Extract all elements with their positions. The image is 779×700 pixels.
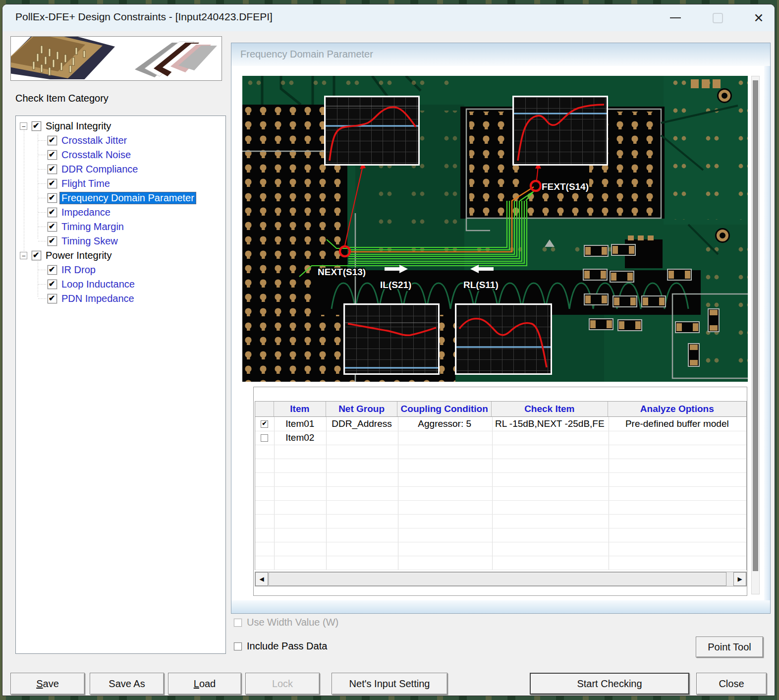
close-icon: ✕ — [754, 12, 764, 24]
checkbox[interactable] — [48, 280, 57, 289]
checkbox[interactable] — [48, 165, 57, 174]
chip-and-boards-art — [11, 37, 221, 79]
save-as-button[interactable]: Save As — [90, 673, 164, 695]
tree-item-label[interactable]: Timing Margin — [61, 221, 124, 233]
tree-item-flight-time[interactable]: Flight Time — [16, 176, 225, 191]
scroll-right-button[interactable]: ▶ — [733, 572, 746, 586]
cell-item[interactable]: Item02 — [274, 431, 326, 445]
nets-input-setting-button[interactable]: Net's Input Setting — [332, 673, 447, 695]
tree-item-impedance[interactable]: Impedance — [16, 205, 225, 220]
horizontal-scrollbar[interactable]: ◀ ▶ — [255, 572, 747, 586]
title-bar[interactable]: PollEx-DFE+ Design Constraints - [Input2… — [2, 4, 775, 31]
tree-item-label[interactable]: Loop Inductance — [61, 279, 135, 290]
checkbox[interactable] — [48, 150, 57, 160]
checkbox[interactable] — [32, 251, 41, 260]
tree-item-label[interactable]: Crosstalk Jitter — [61, 135, 127, 146]
tree-item-label[interactable]: IR Drop — [61, 264, 96, 276]
close-button[interactable]: ✕ — [747, 7, 771, 28]
tree-item-crosstalk-jitter[interactable]: Crosstalk Jitter — [16, 133, 225, 148]
table-header-row[interactable]: Item Net Group Coupling Condition Check … — [255, 402, 746, 417]
close-dialog-button[interactable]: Close — [696, 673, 767, 695]
pcb-label-next: NEXT(S13) — [318, 267, 366, 277]
tree-item-ddr-compliance[interactable]: DDR Compliance — [16, 162, 225, 176]
maximize-icon — [713, 13, 723, 23]
tree-item-pdn-impedance[interactable]: PDN Impedance — [16, 292, 225, 306]
cell-check-item[interactable]: RL -15dB,NEXT -25dB,FE — [492, 417, 608, 431]
check-item-tree[interactable]: − Signal Integrity Crosstalk Jitter Cros… — [15, 116, 226, 654]
checkbox[interactable] — [48, 294, 57, 303]
lock-button: Lock — [245, 673, 320, 695]
tree-item-timing-margin[interactable]: Timing Margin — [16, 220, 225, 234]
category-label: Check Item Category — [15, 93, 109, 104]
row-checkbox[interactable] — [261, 420, 268, 428]
pcb-label-fext: FEXT(S14) — [542, 181, 589, 192]
checkbox[interactable] — [48, 193, 57, 203]
pcb-preview-image[interactable]: NEXT(S13) IL(S21) RL(S11) FEXT(S14) — [242, 76, 748, 382]
minimize-button[interactable] — [664, 7, 687, 28]
cell-item[interactable]: Item01 — [274, 417, 326, 431]
tree-item-label[interactable]: PDN Impedance — [61, 293, 134, 304]
row-checkbox[interactable] — [261, 434, 268, 442]
cell-net-group[interactable]: DDR_Address — [326, 417, 398, 431]
vertical-scrollbar[interactable] — [751, 76, 760, 594]
point-tool-button[interactable]: Point Tool — [696, 637, 763, 657]
header-check-item[interactable]: Check Item — [492, 402, 608, 416]
load-button[interactable]: Load — [168, 673, 241, 695]
use-width-value-option: Use Width Value (W) — [234, 617, 338, 628]
vertical-scrollbar-thumb[interactable] — [753, 80, 758, 571]
window-title: PollEx-DFE+ Design Constraints - [Input2… — [15, 11, 273, 23]
tree-item-ir-drop[interactable]: IR Drop — [16, 263, 225, 277]
start-checking-button[interactable]: Start Checking — [530, 673, 689, 695]
cell-coupling-condition[interactable]: Aggressor: 5 — [397, 417, 492, 431]
checkbox[interactable] — [48, 208, 57, 217]
tree-item-loop-inductance[interactable]: Loop Inductance — [16, 277, 225, 292]
checkbox[interactable] — [48, 265, 57, 275]
tree-item-label[interactable]: Crosstalk Noise — [61, 149, 131, 161]
tree-item-label[interactable]: DDR Compliance — [61, 164, 138, 175]
sparam-inset-chart-next — [324, 96, 420, 166]
tree-item-crosstalk-noise[interactable]: Crosstalk Noise — [16, 148, 225, 162]
collapse-icon[interactable]: − — [20, 252, 27, 259]
save-button[interactable]: Save — [10, 673, 85, 695]
frequency-domain-parameter-panel: Frequency Domain Parameter — [231, 43, 771, 614]
collapse-icon[interactable]: − — [20, 122, 27, 130]
constraint-table[interactable]: Item Net Group Coupling Condition Check … — [255, 401, 747, 570]
checkbox[interactable] — [48, 236, 57, 246]
maximize-button[interactable] — [706, 7, 729, 28]
checkbox[interactable] — [32, 121, 41, 131]
checkbox[interactable] — [48, 179, 57, 188]
header-coupling-condition[interactable]: Coupling Condition — [397, 402, 492, 416]
include-pass-data-option[interactable]: Include Pass Data — [234, 641, 327, 652]
use-width-value-checkbox — [234, 619, 242, 627]
cell-analyze-options[interactable] — [608, 431, 746, 445]
checkbox[interactable] — [48, 136, 57, 145]
table-row[interactable]: Item01 DDR_Address Aggressor: 5 RL -15dB… — [255, 417, 746, 431]
header-net-group[interactable]: Net Group — [326, 402, 398, 416]
tree-item-label[interactable]: Signal Integrity — [46, 120, 111, 132]
tree-item-label[interactable]: Impedance — [61, 207, 111, 218]
tree-item-label[interactable]: Power Integrity — [46, 250, 111, 261]
tree-item-frequency-domain-parameter[interactable]: Frequency Domain Parameter — [16, 191, 225, 205]
cell-net-group[interactable] — [326, 431, 398, 445]
header-select-column[interactable] — [255, 402, 274, 416]
include-pass-data-label[interactable]: Include Pass Data — [247, 641, 327, 652]
scroll-left-button[interactable]: ◀ — [255, 572, 268, 586]
include-pass-data-checkbox[interactable] — [234, 642, 242, 650]
use-width-value-label: Use Width Value (W) — [247, 617, 338, 628]
table-body: Item01 DDR_Address Aggressor: 5 RL -15dB… — [255, 417, 746, 570]
tree-item-power-integrity[interactable]: − Power Integrity — [16, 248, 225, 263]
checkbox[interactable] — [48, 222, 57, 232]
tree-item-timing-skew[interactable]: Timing Skew — [16, 234, 225, 248]
cell-check-item[interactable] — [492, 431, 608, 445]
tree-item-label[interactable]: Frequency Domain Parameter — [59, 192, 196, 204]
tree-item-label[interactable]: Flight Time — [61, 178, 110, 189]
header-analyze-options[interactable]: Analyze Options — [608, 402, 746, 416]
cell-analyze-options[interactable]: Pre-defined buffer model — [608, 417, 746, 431]
cell-coupling-condition[interactable] — [397, 431, 492, 445]
table-row[interactable]: Item02 — [255, 431, 746, 445]
header-item[interactable]: Item — [274, 402, 326, 416]
horizontal-scrollbar-thumb[interactable] — [269, 572, 726, 586]
tree-item-label[interactable]: Timing Skew — [61, 235, 118, 247]
constraint-table-box: Item Net Group Coupling Condition Check … — [253, 387, 747, 596]
tree-item-signal-integrity[interactable]: − Signal Integrity — [16, 119, 225, 133]
